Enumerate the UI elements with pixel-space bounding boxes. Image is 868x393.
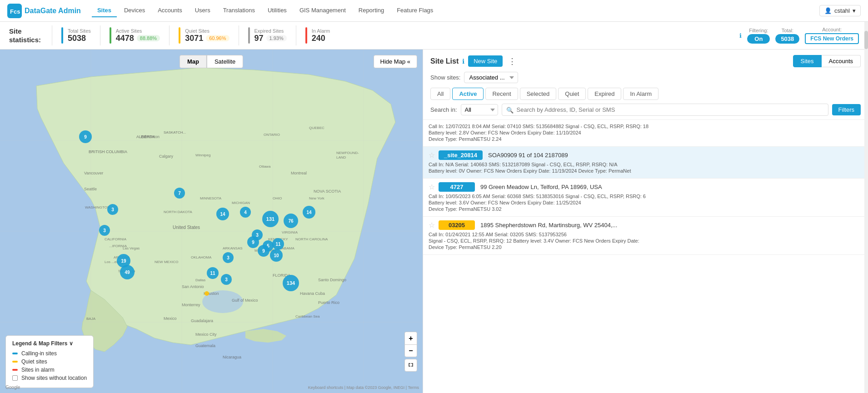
site-id-badge-2[interactable]: 4727 bbox=[439, 182, 475, 192]
site-list-panel: Site List ℹ New Site ⋮ Sites Accounts Sh… bbox=[423, 50, 868, 393]
tab-sites[interactable]: Sites bbox=[793, 55, 822, 67]
total-badge: 5038 bbox=[775, 34, 799, 44]
svg-text:Havana Cuba: Havana Cuba bbox=[300, 291, 325, 296]
legend-quiet-label: Quiet sites bbox=[21, 358, 47, 365]
svg-text:San Antonio: San Antonio bbox=[182, 284, 204, 289]
filter-tab-recent[interactable]: Recent bbox=[485, 88, 518, 100]
svg-text:9: 9 bbox=[84, 134, 87, 139]
stats-title: Sitestatistics: bbox=[9, 27, 41, 45]
svg-text:Winnipeg: Winnipeg bbox=[195, 153, 210, 157]
filter-tab-expired[interactable]: Expired bbox=[588, 88, 621, 100]
svg-text:14: 14 bbox=[306, 210, 312, 215]
panel-info-icon[interactable]: ℹ bbox=[462, 58, 464, 65]
nav-utilities[interactable]: Utilities bbox=[262, 4, 292, 17]
filter-tab-in-alarm[interactable]: In Alarm bbox=[623, 88, 658, 100]
new-site-btn[interactable]: New Site bbox=[468, 55, 503, 67]
main-nav: Sites Devices Accounts Users Translation… bbox=[92, 4, 819, 17]
panel-header: Site List ℹ New Site ⋮ Sites Accounts Sh… bbox=[423, 50, 868, 120]
svg-text:CALIFORNIA: CALIFORNIA bbox=[105, 237, 127, 241]
stats-right: ℹ Filtering: On Total: 5038 Account: FCS… bbox=[739, 27, 859, 44]
svg-text:OKLAHOMA: OKLAHOMA bbox=[191, 255, 212, 259]
show-sites-select[interactable]: Associated ... All bbox=[464, 72, 518, 83]
logo-icon: Fcs bbox=[7, 4, 22, 18]
stat-indicator-yellow bbox=[179, 27, 180, 44]
svg-text:QUEBEC: QUEBEC bbox=[309, 126, 324, 130]
site-item-header-2: ☆ 4727 99 Green Meadow Ln, Telford, PA 1… bbox=[429, 182, 863, 192]
satellite-view-btn[interactable]: Satellite bbox=[207, 55, 243, 68]
stat-active-value: 4478 bbox=[116, 34, 134, 43]
site-detail-2a: Call In: 10/05/2023 6:05 AM Serial: 6036… bbox=[429, 194, 863, 199]
zoom-in-btn[interactable]: + bbox=[404, 332, 417, 344]
svg-text:Dallas: Dallas bbox=[195, 278, 205, 282]
stat-expired-value: 97 bbox=[254, 34, 264, 43]
filter-tab-all[interactable]: All bbox=[430, 88, 450, 100]
stat-indicator-green bbox=[110, 27, 111, 44]
nav-users[interactable]: Users bbox=[190, 4, 216, 17]
more-options-btn[interactable]: ⋮ bbox=[506, 56, 518, 66]
svg-text:WASHINGTON: WASHINGTON bbox=[85, 205, 110, 209]
nav-sites[interactable]: Sites bbox=[92, 4, 117, 17]
site-id-badge-1[interactable]: _site_20814 bbox=[439, 150, 483, 160]
svg-text:MICHIGAN: MICHIGAN bbox=[232, 201, 250, 205]
search-in-select[interactable]: All Address ID Serial SMS bbox=[461, 104, 498, 115]
star-icon-1[interactable]: ☆ bbox=[429, 151, 435, 159]
info-icon-stats[interactable]: ℹ bbox=[739, 32, 742, 39]
account-block: Account: FCS New Orders bbox=[805, 27, 859, 44]
svg-text:3: 3 bbox=[225, 277, 228, 282]
nav-gis[interactable]: GIS Management bbox=[294, 4, 351, 17]
nav-devices[interactable]: Devices bbox=[119, 4, 150, 17]
tab-accounts[interactable]: Accounts bbox=[822, 55, 861, 67]
nav-reporting[interactable]: Reporting bbox=[353, 4, 389, 17]
svg-text:9: 9 bbox=[252, 240, 254, 245]
stat-alarm-content: In Alarm 240 bbox=[312, 28, 330, 43]
svg-text:Ottawa: Ottawa bbox=[259, 164, 271, 169]
search-input[interactable] bbox=[502, 104, 828, 116]
svg-text:Fcs: Fcs bbox=[10, 8, 20, 15]
star-icon-2[interactable]: ☆ bbox=[429, 183, 435, 191]
hide-map-btn[interactable]: Hide Map « bbox=[374, 55, 417, 68]
list-item[interactable]: ☆ 03205 1895 Shepherdstown Rd, Martinsbu… bbox=[423, 217, 868, 255]
filter-tab-quiet[interactable]: Quiet bbox=[558, 88, 586, 100]
stat-expired-content: Expired Sites 97 1.93% bbox=[254, 28, 287, 43]
filter-tab-selected[interactable]: Selected bbox=[520, 88, 557, 100]
stat-quiet-label: Quiet Sites bbox=[185, 28, 229, 34]
stat-total-sites: Total Sites 5038 bbox=[52, 25, 100, 45]
list-item[interactable]: ☆ 4727 99 Green Meadow Ln, Telford, PA 1… bbox=[423, 179, 868, 217]
fullscreen-btn[interactable] bbox=[404, 359, 417, 372]
svg-text:4: 4 bbox=[244, 210, 247, 215]
site-detail-3a: Call In: 01/24/2021 12:55 AM Serial: 032… bbox=[429, 232, 863, 237]
show-sites-row: Show sites: Associated ... All bbox=[430, 72, 861, 83]
legend-item-nolocation[interactable]: Show sites without location bbox=[12, 375, 87, 381]
svg-text:Montreal: Montreal bbox=[291, 171, 307, 175]
filter-tab-active[interactable]: Active bbox=[452, 88, 484, 100]
map-view-btn[interactable]: Map bbox=[180, 55, 207, 68]
map-attribution: Keyboard shortcuts | Map data ©2023 Goog… bbox=[308, 385, 419, 390]
nav-translations[interactable]: Translations bbox=[218, 4, 260, 17]
header: Fcs DataGate Admin Sites Devices Account… bbox=[0, 0, 868, 22]
google-logo: Google bbox=[5, 385, 20, 390]
stat-quiet-row: 3071 60.96% bbox=[185, 34, 229, 43]
star-icon-3[interactable]: ☆ bbox=[429, 221, 435, 229]
legend-dot-yellow bbox=[12, 361, 18, 363]
site-id-badge-3[interactable]: 03205 bbox=[439, 220, 475, 230]
svg-text:NOVA SCOTIA: NOVA SCOTIA bbox=[314, 189, 341, 194]
svg-text:ARKANSAS: ARKANSAS bbox=[223, 246, 243, 250]
filters-btn[interactable]: Filters bbox=[832, 104, 861, 115]
nav-accounts[interactable]: Accounts bbox=[152, 4, 187, 17]
list-item[interactable]: ☆ _site_20814 SOA90909 91 of 104 2187089… bbox=[423, 147, 868, 179]
legend-checkbox[interactable] bbox=[12, 375, 18, 381]
legend-chevron-icon: ∨ bbox=[69, 340, 73, 347]
legend-title-text: Legend & Map Filters bbox=[12, 340, 67, 347]
filtering-toggle[interactable]: On bbox=[747, 34, 770, 44]
stat-total-label: Total Sites bbox=[68, 28, 91, 34]
nav-feature-flags[interactable]: Feature Flags bbox=[391, 4, 439, 17]
user-menu[interactable]: 👤 cstahl ▾ bbox=[819, 5, 861, 16]
panel-tabs-right: Sites Accounts bbox=[793, 55, 861, 67]
svg-text:Nicaragua: Nicaragua bbox=[223, 355, 241, 359]
svg-text:Guatemala: Guatemala bbox=[195, 343, 215, 348]
username: cstahl bbox=[834, 7, 850, 14]
stat-alarm-value: 240 bbox=[312, 34, 330, 43]
zoom-out-btn[interactable]: − bbox=[404, 344, 417, 357]
svg-text:3: 3 bbox=[103, 228, 106, 233]
legend-title[interactable]: Legend & Map Filters ∨ bbox=[12, 340, 87, 347]
